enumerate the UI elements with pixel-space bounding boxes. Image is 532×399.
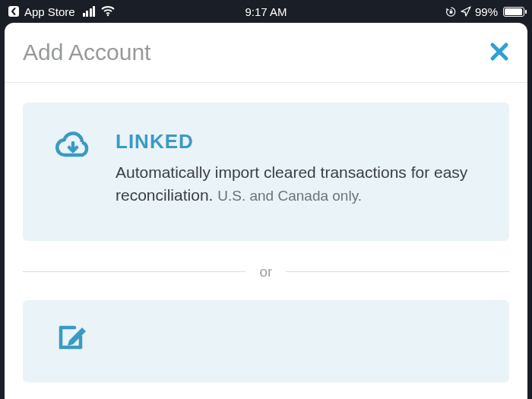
orientation-lock-icon	[445, 6, 457, 17]
cellular-signal-icon	[83, 6, 96, 17]
battery-icon	[503, 7, 524, 17]
app-surface: Add Account LINKED Automatically import …	[5, 23, 527, 399]
option-unlinked-card[interactable]	[23, 300, 509, 382]
wifi-icon	[101, 6, 115, 17]
option-linked-title: LINKED	[116, 130, 479, 154]
status-back-label[interactable]: App Store	[24, 5, 75, 18]
close-button[interactable]	[489, 40, 509, 65]
divider-text: or	[260, 264, 273, 280]
status-bar-left: App Store	[8, 5, 115, 18]
divider-line-right	[286, 271, 509, 272]
close-icon	[489, 42, 509, 62]
content-area: LINKED Automatically import cleared tran…	[5, 83, 527, 382]
status-bar-right: 99%	[445, 5, 524, 18]
divider: or	[23, 264, 509, 280]
svg-rect-2	[450, 11, 453, 13]
option-linked-body: LINKED Automatically import cleared tran…	[116, 130, 479, 207]
modal-header: Add Account	[5, 23, 527, 83]
status-time: 9:17 AM	[245, 5, 287, 18]
option-linked-description: Automatically import cleared transaction…	[116, 161, 479, 207]
battery-percent: 99%	[475, 5, 498, 18]
edit-icon	[53, 318, 91, 359]
option-linked-card[interactable]: LINKED Automatically import cleared tran…	[23, 103, 509, 241]
status-bar: App Store 9:17 AM 99%	[0, 0, 532, 23]
option-linked-desc-sub: U.S. and Canada only.	[217, 188, 362, 204]
svg-rect-0	[8, 6, 19, 17]
location-arrow-icon	[461, 6, 471, 17]
svg-point-1	[107, 14, 109, 16]
divider-line-left	[23, 271, 246, 272]
page-title: Add Account	[23, 40, 150, 65]
back-chevron-icon[interactable]	[8, 5, 20, 17]
cloud-download-icon	[53, 125, 93, 168]
